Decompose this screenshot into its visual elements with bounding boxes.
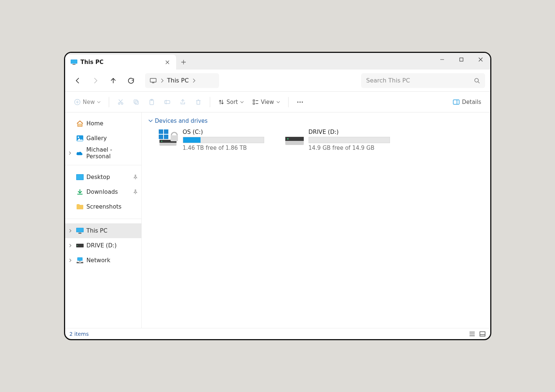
minimize-button[interactable] <box>433 53 452 66</box>
sidebar-item-desktop[interactable]: Desktop <box>65 170 141 185</box>
sidebar-label: Gallery <box>87 135 107 142</box>
share-button[interactable] <box>176 95 190 109</box>
paste-icon <box>148 99 155 105</box>
plus-circle-icon <box>74 99 81 105</box>
tab-close-button[interactable] <box>164 59 171 65</box>
sidebar-group-pinned: Desktop Downloads Screenshots <box>65 165 141 216</box>
drive-info: OS (C:) 1.46 TB free of 1.86 TB <box>183 129 270 151</box>
sidebar-item-this-pc[interactable]: This PC <box>65 223 141 238</box>
svg-point-16 <box>297 101 298 102</box>
breadcrumb-location[interactable]: This PC <box>167 77 189 84</box>
svg-point-35 <box>161 141 162 142</box>
titlebar: This PC <box>65 53 490 70</box>
sidebar-item-onedrive[interactable]: Michael - Personal <box>65 146 141 160</box>
up-button[interactable] <box>106 73 121 88</box>
chevron-right-icon[interactable] <box>67 229 73 233</box>
cut-button[interactable] <box>114 95 128 109</box>
svg-rect-40 <box>171 135 178 141</box>
copy-button[interactable] <box>129 95 143 109</box>
view-icon <box>253 99 259 105</box>
svg-point-28 <box>77 245 78 246</box>
svg-point-7 <box>118 102 120 104</box>
sidebar-item-downloads[interactable]: Downloads <box>65 185 141 199</box>
drive-os-c[interactable]: OS (C:) 1.46 TB free of 1.86 TB <box>159 129 270 151</box>
chevron-down-icon <box>148 119 153 122</box>
forward-button[interactable] <box>88 73 103 88</box>
copy-icon <box>133 99 139 105</box>
thumbnails-view-toggle[interactable] <box>479 331 486 337</box>
svg-point-21 <box>78 136 79 138</box>
details-pane-icon <box>453 99 460 105</box>
nav-pane: Home Gallery Michael - Personal Des <box>65 112 142 328</box>
sidebar-item-drive-d[interactable]: DRIVE (D:) <box>65 238 141 253</box>
drive-icon <box>76 242 84 249</box>
svg-rect-3 <box>460 58 463 61</box>
home-icon <box>76 120 84 127</box>
sort-label: Sort <box>226 99 238 105</box>
view-button[interactable]: View <box>249 95 284 109</box>
this-pc-icon <box>76 227 84 234</box>
this-pc-icon <box>70 58 78 66</box>
svg-rect-2 <box>73 64 75 65</box>
chevron-right-icon[interactable] <box>67 151 73 155</box>
drive-free-text: 14.9 GB free of 14.9 GB <box>309 145 396 151</box>
rename-button[interactable] <box>160 95 174 109</box>
sidebar-label: This PC <box>87 227 108 234</box>
svg-rect-23 <box>77 175 83 180</box>
svg-point-43 <box>287 138 289 140</box>
chevron-right-icon[interactable] <box>67 244 73 247</box>
monitor-icon <box>149 77 157 84</box>
svg-rect-30 <box>78 258 82 260</box>
section-title: Devices and drives <box>155 118 208 124</box>
gallery-icon <box>76 135 84 142</box>
details-pane-button[interactable]: Details <box>449 95 485 109</box>
hdd-drive-icon <box>285 129 305 147</box>
section-devices-and-drives[interactable]: Devices and drives <box>148 118 484 124</box>
sidebar-item-home[interactable]: Home <box>65 116 141 131</box>
window-controls <box>433 53 490 66</box>
os-drive-icon <box>159 129 179 147</box>
svg-rect-38 <box>159 135 163 139</box>
paste-button[interactable] <box>145 95 159 109</box>
drive-d[interactable]: DRIVE (D:) 14.9 GB free of 14.9 GB <box>285 129 396 151</box>
pin-icon <box>133 175 138 180</box>
new-tab-button[interactable] <box>176 55 191 70</box>
sidebar-label: Michael - Personal <box>86 146 137 160</box>
trash-icon <box>195 99 202 105</box>
status-item-count: 2 items <box>70 331 89 337</box>
address-bar[interactable]: This PC <box>145 73 219 88</box>
sidebar-label: DRIVE (D:) <box>87 242 117 249</box>
tab-this-pc[interactable]: This PC <box>65 55 176 70</box>
search-input[interactable] <box>366 77 470 84</box>
sidebar-item-network[interactable]: Network <box>65 253 141 268</box>
ellipsis-icon <box>297 101 303 103</box>
sidebar-item-gallery[interactable]: Gallery <box>65 131 141 146</box>
more-button[interactable] <box>293 95 307 109</box>
svg-rect-13 <box>165 101 170 104</box>
details-view-toggle[interactable] <box>469 331 475 337</box>
chevron-right-icon[interactable] <box>192 78 195 83</box>
svg-rect-31 <box>77 262 79 263</box>
maximize-button[interactable] <box>452 53 471 66</box>
chevron-down-icon <box>240 101 244 103</box>
sort-button[interactable]: Sort <box>215 95 248 109</box>
chevron-right-icon <box>161 78 164 83</box>
sidebar-group-devices: This PC DRIVE (D:) Network <box>65 219 141 269</box>
close-button[interactable] <box>471 53 490 66</box>
svg-rect-26 <box>78 233 81 234</box>
chevron-right-icon[interactable] <box>67 258 73 262</box>
svg-rect-19 <box>453 100 459 104</box>
back-button[interactable] <box>70 73 85 88</box>
details-label: Details <box>462 99 481 105</box>
desktop-icon <box>76 173 84 181</box>
view-label: View <box>261 99 274 105</box>
sidebar-item-screenshots[interactable]: Screenshots <box>65 199 141 214</box>
svg-point-17 <box>299 101 300 102</box>
tab-title: This PC <box>81 59 161 65</box>
new-button[interactable]: New <box>70 95 105 109</box>
sort-icon <box>218 99 224 105</box>
search-box[interactable] <box>361 73 485 88</box>
drive-free-text: 1.46 TB free of 1.86 TB <box>183 145 270 151</box>
delete-button[interactable] <box>191 95 205 109</box>
refresh-button[interactable] <box>124 73 138 88</box>
